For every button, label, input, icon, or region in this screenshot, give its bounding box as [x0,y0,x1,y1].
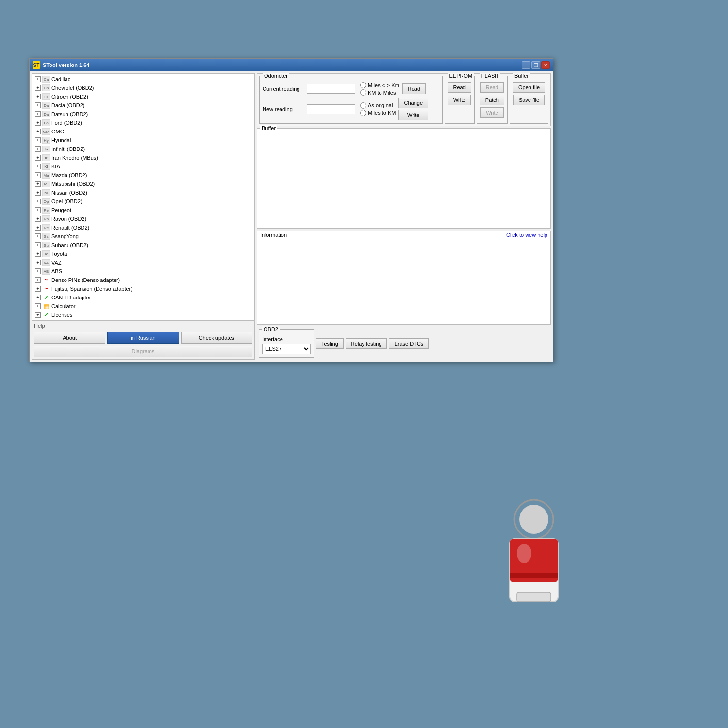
tree-expand-icon[interactable]: + [35,207,41,213]
check-updates-button[interactable]: Check updates [181,332,252,344]
tree-expand-icon[interactable]: + [35,94,41,99]
tree-expand-icon[interactable]: + [35,277,41,283]
tree-expand-icon[interactable]: + [35,303,41,309]
tree-item-label: Toyota [51,251,67,257]
tree-item[interactable]: +FoFord (OBD2) [33,118,253,127]
radio-miles-km[interactable]: Miles <-> Km [360,82,399,88]
flash-write-button[interactable]: Write [480,107,503,118]
close-button[interactable]: ✕ [541,61,550,69]
radio-as-original[interactable]: As original [360,102,396,109]
tree-expand-icon[interactable]: + [35,242,41,248]
tree-item[interactable]: +KIKIA [33,162,253,171]
radio-km-miles[interactable]: KM to Miles [360,89,399,96]
tree-container[interactable]: +CaCadillac+ChChevrolet (OBD2)+CiCitroen… [32,74,254,320]
tree-item[interactable]: +SuSubaru (OBD2) [33,241,253,249]
eeprom-read-button[interactable]: Read [448,82,471,93]
tree-item[interactable]: +VAVAZ [33,258,253,267]
tree-expand-icon[interactable]: + [35,129,41,134]
odometer-change-button[interactable]: Change [398,98,428,108]
tree-expand-icon[interactable]: + [35,111,41,117]
flash-patch-button[interactable]: Patch [480,95,504,105]
radio-miles-to-km[interactable]: Miles to KM [360,110,396,116]
about-button[interactable]: About [34,332,105,344]
tree-item[interactable]: +✓Licenses [33,311,253,319]
radio-as-original-input[interactable] [360,102,366,109]
tree-item[interactable]: +CiCitroen (OBD2) [33,92,253,101]
tree-item-icon: Ma [42,172,50,179]
radio-miles-km-input[interactable] [360,82,366,88]
eeprom-group: EEPROM Read Write [445,76,475,124]
tree-expand-icon[interactable]: + [35,85,41,91]
svg-text:Fo: Fo [44,121,49,125]
tree-expand-icon[interactable]: + [35,164,41,169]
tree-expand-icon[interactable]: + [35,216,41,222]
eeprom-write-button[interactable]: Write [448,95,471,105]
tree-item[interactable]: +ReRenault (OBD2) [33,223,253,232]
tree-item-icon: ✓ [42,294,50,301]
tree-expand-icon[interactable]: + [35,286,41,292]
tree-expand-icon[interactable]: + [35,312,41,318]
tree-expand-icon[interactable]: + [35,225,41,231]
current-reading-input[interactable] [307,84,355,94]
svg-text:Re: Re [44,226,49,230]
tree-expand-icon[interactable]: + [35,199,41,204]
tree-item[interactable]: +~Denso PINs (Denso adapter) [33,276,253,284]
tree-item[interactable]: +✓CAN FD adapter [33,293,253,302]
minimize-button[interactable]: — [522,61,530,69]
tree-expand-icon[interactable]: + [35,155,41,161]
save-file-button[interactable]: Save file [513,95,545,105]
erase-dtcs-button[interactable]: Erase DTCs [389,338,429,349]
tree-expand-icon[interactable]: + [35,172,41,178]
open-file-button[interactable]: Open file [513,82,545,93]
tree-item-icon: ~ [42,285,50,292]
help-link[interactable]: Click to view help [506,232,547,238]
tree-item[interactable]: +CaCadillac [33,75,253,83]
tree-item[interactable]: +GMGMC [33,127,253,136]
tree-item[interactable]: +NiNissan (OBD2) [33,188,253,197]
flash-title: FLASH [480,73,500,79]
tree-expand-icon[interactable]: + [35,251,41,257]
tree-expand-icon[interactable]: + [35,120,41,126]
radio-miles-to-km-input[interactable] [360,110,366,116]
flash-read-button[interactable]: Read [480,82,504,93]
tree-item[interactable]: +InInfiniti (OBD2) [33,145,253,153]
diagrams-button[interactable]: Diagrams [34,346,252,357]
tree-item[interactable]: +OpOpel (OBD2) [33,197,253,206]
tree-item[interactable]: +MiMitsubishi (OBD2) [33,180,253,188]
tree-expand-icon[interactable]: + [35,76,41,82]
new-reading-input[interactable] [307,104,355,114]
tree-expand-icon[interactable]: + [35,233,41,239]
tree-item[interactable]: +RaRavon (OBD2) [33,215,253,223]
buffer-textarea[interactable] [257,134,550,228]
odometer-write-button[interactable]: Write [398,110,428,120]
tree-expand-icon[interactable]: + [35,190,41,196]
tree-item[interactable]: +MaMazda (OBD2) [33,171,253,180]
tree-item[interactable]: +IrIran Khodro (MBus) [33,153,253,162]
tree-expand-icon[interactable]: + [35,260,41,265]
tree-item[interactable]: +ChChevrolet (OBD2) [33,83,253,92]
testing-button[interactable]: Testing [316,338,344,349]
tree-item[interactable]: +ABABS [33,267,253,276]
tree-item[interactable]: +▦Calculator [33,302,253,311]
tree-expand-icon[interactable]: + [35,146,41,152]
tree-item[interactable]: +DaDacia (OBD2) [33,101,253,110]
obd2-interface-select[interactable]: ELS27 ELM327 J2534 TACTRIX [262,344,311,354]
radio-km-miles-input[interactable] [360,89,366,96]
svg-point-51 [517,544,531,563]
tree-item[interactable]: +PePeugeot [33,206,253,215]
tree-item[interactable]: +~Fujitsu, Spansion (Denso adapter) [33,284,253,293]
tree-expand-icon[interactable]: + [35,268,41,274]
odometer-read-button[interactable]: Read [402,83,426,94]
tree-item[interactable]: +SsSsangYong [33,232,253,241]
tree-expand-icon[interactable]: + [35,102,41,108]
tree-item[interactable]: +ToToyota [33,249,253,258]
tree-item[interactable]: +HyHyundai [33,136,253,145]
tree-item[interactable]: +DaDatsun (OBD2) [33,110,253,118]
odometer-title: Odometer [263,73,289,79]
relay-testing-button[interactable]: Relay testing [346,338,387,349]
tree-expand-icon[interactable]: + [35,295,41,300]
tree-expand-icon[interactable]: + [35,137,41,143]
restore-button[interactable]: ❐ [531,61,540,69]
tree-expand-icon[interactable]: + [35,181,41,187]
russian-button[interactable]: in Russian [107,332,179,344]
